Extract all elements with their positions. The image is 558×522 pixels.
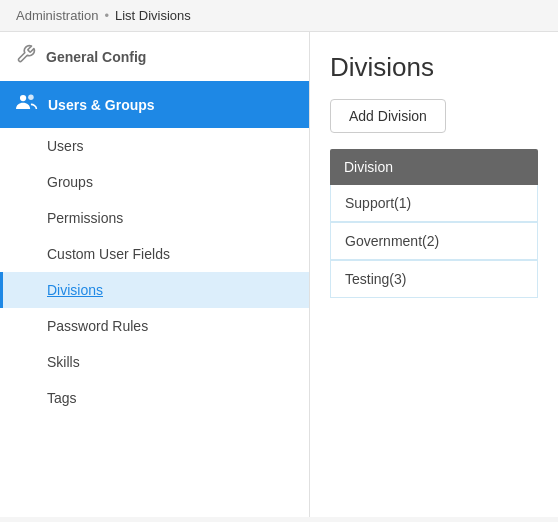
add-division-button[interactable]: Add Division <box>330 99 446 133</box>
breadcrumb-current: List Divisions <box>115 8 191 23</box>
sidebar-item-tags[interactable]: Tags <box>0 380 309 416</box>
sidebar-item-groups[interactable]: Groups <box>0 164 309 200</box>
svg-point-1 <box>28 95 34 101</box>
sidebar: General Config Users & Groups Users Gr <box>0 32 310 517</box>
sidebar-section-general-config[interactable]: General Config <box>0 32 309 81</box>
sidebar-item-skills[interactable]: Skills <box>0 344 309 380</box>
table-header-division: Division <box>330 149 538 185</box>
division-row[interactable]: Support(1) <box>330 185 538 222</box>
main-layout: General Config Users & Groups Users Gr <box>0 32 558 517</box>
sidebar-item-users[interactable]: Users <box>0 128 309 164</box>
divisions-table: Division Support(1) Government(2) Testin… <box>330 149 538 298</box>
sidebar-items-users-groups: Users Groups Permissions Custom User Fie… <box>0 128 309 416</box>
page-title: Divisions <box>330 52 538 83</box>
sidebar-section-general-config-label: General Config <box>46 49 146 65</box>
svg-point-0 <box>20 95 26 101</box>
sidebar-item-custom-user-fields[interactable]: Custom User Fields <box>0 236 309 272</box>
breadcrumb-admin[interactable]: Administration <box>16 8 98 23</box>
breadcrumb: Administration • List Divisions <box>0 0 558 32</box>
sidebar-section-users-groups-label: Users & Groups <box>48 97 155 113</box>
sidebar-section-users-groups[interactable]: Users & Groups <box>0 81 309 128</box>
sidebar-item-password-rules[interactable]: Password Rules <box>0 308 309 344</box>
breadcrumb-separator: • <box>104 8 109 23</box>
wrench-icon <box>16 44 36 69</box>
division-row[interactable]: Government(2) <box>330 222 538 260</box>
content-area: Divisions Add Division Division Support(… <box>310 32 558 517</box>
sidebar-item-divisions[interactable]: Divisions <box>0 272 309 308</box>
division-row[interactable]: Testing(3) <box>330 260 538 298</box>
sidebar-item-permissions[interactable]: Permissions <box>0 200 309 236</box>
users-groups-icon <box>16 93 38 116</box>
